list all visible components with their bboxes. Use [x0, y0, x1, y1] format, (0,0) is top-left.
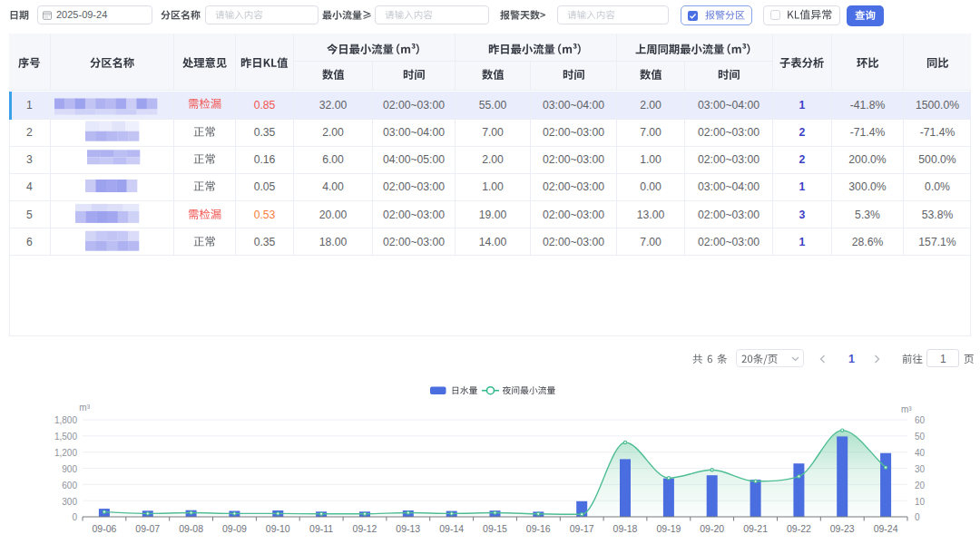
svg-text:09-14: 09-14 [439, 523, 464, 534]
svg-text:09-22: 09-22 [787, 523, 811, 534]
svg-text:10: 10 [915, 497, 926, 507]
svg-text:m³: m³ [79, 403, 90, 413]
svg-text:09-13: 09-13 [396, 523, 420, 534]
svg-text:0: 0 [915, 512, 920, 522]
svg-text:1,800: 1,800 [54, 415, 77, 425]
svg-text:900: 900 [62, 464, 77, 474]
svg-text:09-17: 09-17 [570, 523, 594, 534]
svg-text:09-07: 09-07 [135, 523, 160, 534]
svg-text:m³: m³ [901, 404, 912, 414]
svg-text:09-16: 09-16 [526, 523, 551, 534]
svg-text:09-23: 09-23 [830, 523, 855, 534]
svg-text:09-18: 09-18 [613, 523, 638, 534]
svg-text:60: 60 [915, 415, 926, 425]
svg-text:30: 30 [915, 464, 926, 474]
svg-text:40: 40 [915, 448, 926, 458]
svg-text:1,200: 1,200 [54, 448, 77, 458]
svg-text:09-24: 09-24 [874, 523, 898, 534]
svg-text:50: 50 [915, 432, 926, 442]
svg-text:09-19: 09-19 [656, 523, 681, 534]
svg-text:09-08: 09-08 [179, 523, 203, 534]
svg-text:09-12: 09-12 [353, 523, 377, 534]
svg-text:09-09: 09-09 [222, 523, 247, 534]
svg-text:09-10: 09-10 [266, 523, 290, 534]
svg-text:09-20: 09-20 [700, 523, 724, 534]
svg-text:09-11: 09-11 [309, 523, 333, 534]
svg-text:09-15: 09-15 [483, 523, 507, 534]
svg-text:20: 20 [915, 481, 926, 491]
svg-text:1,500: 1,500 [54, 432, 77, 442]
svg-text:09-21: 09-21 [743, 523, 768, 534]
svg-text:09-06: 09-06 [92, 523, 116, 534]
svg-text:0: 0 [72, 512, 77, 522]
svg-text:300: 300 [62, 497, 77, 507]
svg-text:600: 600 [62, 481, 77, 491]
